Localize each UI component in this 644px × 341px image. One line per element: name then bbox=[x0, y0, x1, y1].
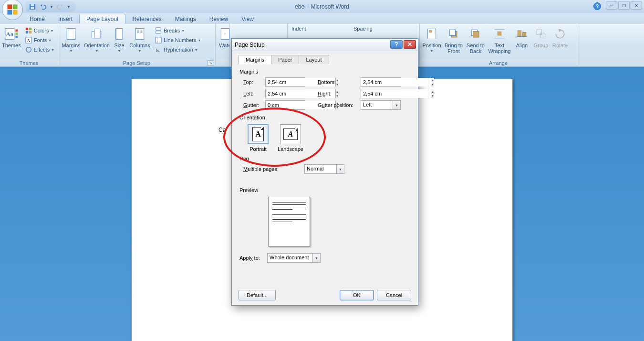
office-button[interactable] bbox=[2, 0, 23, 20]
left-spinner[interactable]: ▲▼ bbox=[265, 89, 305, 98]
dialog-close-button[interactable]: ✕ bbox=[404, 40, 416, 49]
pages-section-label: Pag bbox=[239, 156, 410, 161]
margins-icon bbox=[63, 26, 79, 42]
landscape-icon: A bbox=[280, 124, 301, 144]
apply-to-select[interactable]: Whole document▼ bbox=[267, 253, 321, 263]
colors-button[interactable]: Colors ▼ bbox=[23, 26, 56, 35]
tab-page-layout[interactable]: Page Layout bbox=[79, 14, 125, 24]
window-controls: ─ ❐ ✕ bbox=[606, 1, 642, 10]
page-setup-dialog: Page Setup ? ✕ Margins Paper Layout Marg… bbox=[231, 38, 418, 306]
dialog-help-button[interactable]: ? bbox=[390, 40, 403, 49]
gutter-spinner[interactable]: ▲▼ bbox=[265, 100, 305, 110]
dropdown-icon[interactable]: ▼ bbox=[393, 101, 400, 109]
tab-mailings[interactable]: Mailings bbox=[168, 14, 203, 24]
right-spinner[interactable]: ▲▼ bbox=[361, 89, 401, 98]
restore-button[interactable]: ❐ bbox=[618, 1, 630, 10]
svg-rect-10 bbox=[15, 32, 18, 35]
menu-bar: Home Insert Page Layout References Maili… bbox=[0, 13, 644, 24]
columns-icon bbox=[132, 26, 147, 42]
tab-review[interactable]: Review bbox=[203, 14, 235, 24]
orientation-icon bbox=[89, 26, 104, 42]
orientation-section-label: Orientation bbox=[239, 115, 410, 120]
fonts-button[interactable]: AFonts ▼ bbox=[23, 35, 56, 45]
top-spinner[interactable]: ▲▼ bbox=[265, 77, 305, 87]
ribbon-group-label: Page Setup↘ bbox=[59, 60, 214, 66]
svg-rect-54 bbox=[540, 33, 545, 38]
watermark-icon: A bbox=[218, 26, 230, 42]
text-wrapping-button[interactable]: Text Wrapping bbox=[487, 25, 512, 55]
tab-insert[interactable]: Insert bbox=[52, 14, 79, 24]
svg-point-18 bbox=[26, 47, 31, 53]
undo-dropdown-icon[interactable]: ▼ bbox=[50, 5, 53, 9]
send-to-back-button[interactable]: Send to Back bbox=[465, 25, 487, 55]
columns-button[interactable]: Columns▼ bbox=[128, 25, 152, 54]
themes-button[interactable]: Aa Themes bbox=[1, 25, 22, 50]
ribbon-group-themes: Aa Themes Colors ▼ AFonts ▼ Effects ▼ Th… bbox=[0, 24, 58, 66]
svg-rect-9 bbox=[15, 30, 18, 32]
spacing-label: Spacing bbox=[353, 26, 415, 32]
dropdown-icon[interactable]: ▼ bbox=[312, 254, 320, 262]
position-icon bbox=[424, 26, 439, 42]
save-icon[interactable] bbox=[29, 3, 36, 11]
dialog-tab-layout[interactable]: Layout bbox=[299, 55, 329, 64]
tab-view[interactable]: View bbox=[235, 14, 260, 24]
dialog-content: Margins Top: ▲▼ Bottom: ▲▼ Left: ▲▼ Righ… bbox=[239, 64, 411, 284]
top-label: Top: bbox=[239, 79, 262, 85]
svg-rect-0 bbox=[7, 4, 12, 9]
line-numbers-button[interactable]: 123Line Numbers ▼ bbox=[153, 35, 203, 45]
qat-customize-icon[interactable]: ▼ bbox=[67, 5, 71, 9]
ribbon-group-page-background: A Wate bbox=[216, 24, 230, 66]
svg-marker-55 bbox=[559, 29, 562, 32]
preview-section-label: Preview bbox=[239, 187, 410, 193]
align-button[interactable]: Align bbox=[512, 25, 531, 50]
quick-access-toolbar: ▼ ▼ bbox=[26, 1, 76, 12]
cancel-button[interactable]: Cancel bbox=[377, 290, 411, 300]
breaks-button[interactable]: Breaks ▼ bbox=[153, 26, 203, 35]
svg-rect-1 bbox=[13, 4, 18, 9]
gutter-position-select[interactable]: Left▼ bbox=[361, 100, 401, 110]
tab-references[interactable]: References bbox=[125, 14, 168, 24]
group-button[interactable]: Group bbox=[531, 25, 551, 50]
bottom-label: Bottom: bbox=[318, 79, 358, 85]
svg-rect-6 bbox=[31, 7, 34, 9]
dialog-title-bar[interactable]: Page Setup ? ✕ bbox=[232, 39, 418, 51]
ok-button[interactable]: OK bbox=[340, 290, 374, 300]
dialog-tabs: Margins Paper Layout bbox=[232, 51, 418, 64]
svg-rect-42 bbox=[429, 30, 432, 32]
bring-to-front-button[interactable]: Bring to Front bbox=[443, 25, 465, 55]
effects-button[interactable]: Effects ▼ bbox=[23, 45, 56, 54]
page-setup-launcher-icon[interactable]: ↘ bbox=[208, 60, 213, 66]
undo-icon[interactable] bbox=[39, 3, 47, 11]
help-icon[interactable]: ? bbox=[593, 2, 601, 10]
svg-rect-51 bbox=[523, 32, 526, 37]
svg-rect-23 bbox=[116, 29, 123, 40]
multiple-pages-select[interactable]: Normal▼ bbox=[304, 164, 344, 174]
svg-rect-47 bbox=[498, 32, 502, 36]
watermark-button[interactable]: A Wate bbox=[217, 25, 230, 50]
svg-rect-22 bbox=[94, 29, 100, 38]
margins-button[interactable]: Margins▼ bbox=[59, 25, 83, 54]
svg-rect-53 bbox=[537, 30, 542, 35]
indent-label: Indent bbox=[291, 26, 353, 32]
orientation-button[interactable]: Orientation▼ bbox=[83, 25, 111, 54]
hyphenation-button[interactable]: bcHyphenation ▼ bbox=[153, 45, 203, 54]
position-button[interactable]: Position▼ bbox=[421, 25, 443, 54]
tab-home[interactable]: Home bbox=[23, 14, 52, 24]
size-button[interactable]: Size▼ bbox=[111, 25, 128, 54]
dialog-tab-paper[interactable]: Paper bbox=[271, 55, 299, 64]
rotate-button[interactable]: Rotate bbox=[551, 25, 570, 50]
default-button[interactable]: Default... bbox=[239, 290, 276, 300]
bottom-spinner[interactable]: ▲▼ bbox=[361, 77, 401, 87]
svg-rect-3 bbox=[13, 10, 18, 15]
dropdown-icon[interactable]: ▼ bbox=[336, 165, 344, 173]
svg-rect-11 bbox=[15, 36, 18, 38]
portrait-button[interactable]: A Portrait bbox=[246, 124, 270, 152]
close-button[interactable]: ✕ bbox=[631, 1, 642, 10]
svg-text:A: A bbox=[27, 38, 31, 43]
landscape-button[interactable]: A Landscape bbox=[279, 124, 302, 152]
svg-rect-15 bbox=[29, 31, 31, 33]
minimize-button[interactable]: ─ bbox=[606, 1, 617, 10]
dialog-tab-margins[interactable]: Margins bbox=[239, 55, 271, 64]
ribbon-group-arrange: Position▼ Bring to Front Send to Back Te… bbox=[420, 24, 577, 66]
redo-icon[interactable] bbox=[56, 3, 64, 11]
